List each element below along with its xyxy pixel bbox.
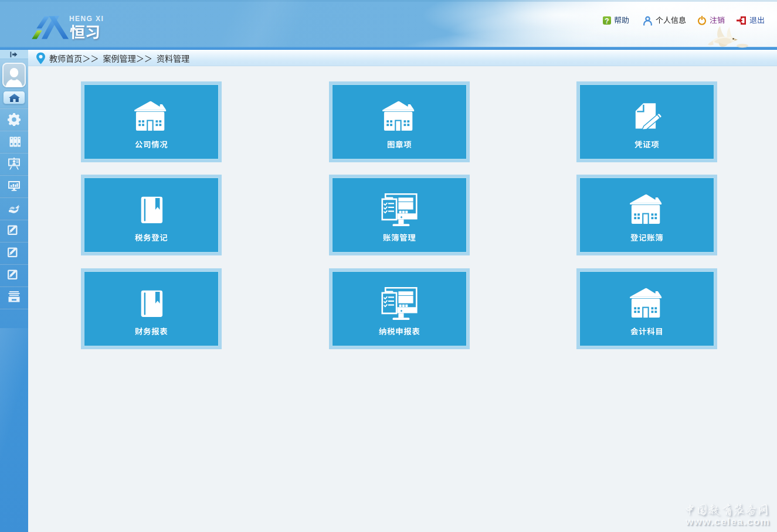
svg-text:?: ? xyxy=(605,17,609,25)
